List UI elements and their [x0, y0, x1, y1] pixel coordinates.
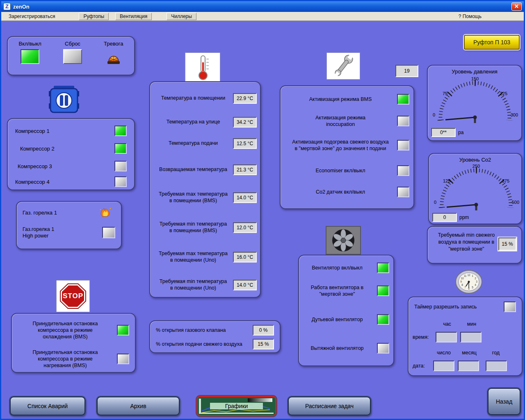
- gas-burner-panel: Газ. горелка 1 Газ.горелка 1 High power: [16, 201, 122, 249]
- fresh-air-valve-label: % открытия подачи свежего воздуха: [156, 341, 242, 347]
- month-input[interactable]: [458, 361, 479, 371]
- wrench-icon: [326, 52, 360, 80]
- forced-stop-cooling-indicator[interactable]: [117, 325, 129, 336]
- pressure-gauge-title: Уровень давления: [428, 68, 521, 75]
- timer-enable-checkbox[interactable]: [504, 301, 516, 312]
- temperature-row: Требуемая max температура в помещении (B…: [155, 187, 257, 208]
- day-input[interactable]: [433, 361, 454, 371]
- reset-button[interactable]: [63, 49, 82, 64]
- archive-button[interactable]: Архив: [97, 397, 180, 415]
- stop-icon-label: STOP: [63, 292, 83, 300]
- compressor-1-label: Компрессор 1: [15, 128, 50, 134]
- fresh-air-min-panel: Требуемый min свежего воздуха в помещени…: [427, 226, 522, 264]
- blower-fan-indicator[interactable]: [377, 314, 389, 325]
- forced-stop-heating-indicator[interactable]: [117, 354, 129, 364]
- temp-min-bms-label: Требуемая min температура в помещении (B…: [155, 221, 231, 234]
- co2-tick-125: 125: [443, 178, 450, 183]
- compressor-2-indicator[interactable]: [114, 143, 127, 154]
- valve-row: % открытия подачи свежего воздуха 15 %: [156, 338, 274, 350]
- compressor-3-indicator[interactable]: [114, 161, 127, 171]
- stop-icon: STOP: [56, 280, 90, 312]
- exhaust-fan-indicator[interactable]: [377, 343, 389, 354]
- bms-row: Economiser вкл/выкл: [285, 162, 409, 179]
- pressure-tick-150: 150: [471, 76, 479, 81]
- schedule-button[interactable]: Расписание задач: [288, 397, 371, 415]
- pressure-tick-0: 0: [433, 112, 435, 117]
- compressor-panel: Компрессор 1 Компрессор 2 Компрессор 3 К…: [7, 118, 135, 190]
- menu-chillers[interactable]: Чиллеры: [167, 13, 196, 20]
- fan-onoff-indicator[interactable]: [377, 262, 389, 273]
- bms-row: Co2 датчик вкл/выкл: [285, 184, 409, 200]
- timer-title: Таймер разрешить запись: [414, 304, 477, 310]
- svg-text:11: 11: [464, 274, 467, 277]
- reset-label: Сброс: [65, 41, 80, 47]
- alarm-list-button-label: Список Аварий: [27, 403, 68, 409]
- gas-valve-label: % открытия газового клапана: [156, 327, 226, 333]
- co2-sensor-label: Co2 датчик вкл/выкл: [285, 189, 396, 195]
- pressure-tick-300: 300: [511, 112, 518, 117]
- compressor-3-label: Компрессор 3: [18, 163, 52, 169]
- burner-high-power-row: Газ.горелка 1 High power: [23, 222, 115, 243]
- economiser-indicator[interactable]: [397, 165, 409, 176]
- co2-value-row: 0 ppm: [432, 213, 469, 222]
- menu-ventilation[interactable]: Вентиляция: [115, 13, 152, 20]
- burner-title: Газ. горелка 1: [23, 210, 57, 216]
- svg-text:7: 7: [464, 286, 466, 289]
- date-label: дата:: [413, 363, 425, 369]
- exhaust-fan-label: Вытяжной вентилятор: [303, 345, 371, 352]
- timer-panel: Таймер разрешить запись час мин время: ч…: [408, 297, 523, 376]
- fan-icon: [326, 226, 361, 255]
- bms-row: Активизация подогрева свежего воздуха в …: [285, 135, 409, 156]
- clock-icon: 12 1 2 3 4 5 6 7 8 9 10 11: [455, 270, 483, 296]
- temp-room-value: 22.9 °C: [233, 93, 257, 104]
- app-window: Z zenOn ✕ Зарегистрироваться Руфтопы Вен…: [0, 0, 525, 420]
- valve-panel: % открытия газового клапана 0 % % открыт…: [149, 320, 281, 353]
- temp-room-label: Температура в помещении: [155, 95, 231, 102]
- close-button[interactable]: ✕: [511, 2, 522, 11]
- bms-row: Активизация режима inoccupation: [285, 112, 409, 130]
- svg-text:9: 9: [460, 280, 462, 283]
- svg-text:2: 2: [475, 277, 476, 280]
- forced-stop-heating-label: Принудительная остановка компрессора в р…: [18, 349, 113, 369]
- deadzone-heating-indicator[interactable]: [397, 140, 409, 151]
- compressor-row: Компрессор 1: [15, 124, 127, 138]
- compressor-4-indicator[interactable]: [114, 176, 127, 187]
- bms-mode-indicator[interactable]: [397, 94, 409, 105]
- close-icon: ✕: [514, 3, 519, 9]
- compressor-row: Компрессор 4: [15, 175, 127, 189]
- fan-row: Вентилятор вкл/выкл: [303, 259, 389, 277]
- menu-register[interactable]: Зарегистрироваться: [5, 13, 59, 20]
- compressor-1-indicator[interactable]: [114, 126, 127, 136]
- graphs-button[interactable]: Графики: [196, 396, 276, 416]
- forced-stop-cooling-label: Принудительная остановка компрессора в р…: [18, 320, 113, 340]
- fan-panel: Вентилятор вкл/выкл Работа вентилятора в…: [298, 255, 394, 366]
- forced-stop-row: Принудительная остановка компрессора в р…: [18, 347, 129, 371]
- temperature-row: Требуемая min температура в помещении (B…: [155, 217, 257, 238]
- alarm-list-button[interactable]: Список Аварий: [10, 397, 85, 415]
- hour-input[interactable]: [436, 332, 457, 342]
- burner-high-power-label: Газ.горелка 1 High power: [23, 226, 54, 240]
- co2-gauge-title: Уровень Co2: [429, 157, 521, 163]
- menu-rooftops[interactable]: Руфтопы: [79, 13, 109, 20]
- svg-text:5: 5: [472, 286, 473, 289]
- onoff-label: Вкл/выкл: [19, 41, 41, 47]
- co2-sensor-indicator[interactable]: [397, 187, 409, 197]
- minute-input[interactable]: [460, 332, 482, 342]
- inoccupation-mode-indicator[interactable]: [397, 116, 409, 126]
- svg-text:1: 1: [472, 274, 473, 277]
- inoccupation-mode-label: Активизация режима inoccupation: [285, 114, 396, 128]
- burner-high-power-indicator[interactable]: [102, 227, 115, 238]
- pressure-tick-225: 225: [500, 91, 507, 96]
- back-button-label: Назад: [496, 398, 512, 405]
- pressure-unit: pa: [458, 130, 463, 135]
- temperature-row: Требуемая min температура в помещении (U…: [155, 275, 257, 295]
- menu-help[interactable]: ? Помощь: [455, 13, 485, 20]
- onoff-indicator[interactable]: [21, 49, 39, 64]
- unit-button[interactable]: Руфтоп П 103: [464, 35, 520, 50]
- bms-mode-label: Активизация режима BMS: [285, 96, 396, 103]
- year-input[interactable]: [486, 361, 507, 371]
- fresh-air-min-value: 15 %: [498, 237, 516, 251]
- temp-min-uno-label: Требуемая min температура в помещении (U…: [155, 278, 231, 291]
- back-button[interactable]: Назад: [488, 388, 520, 415]
- fan-deadzone-indicator[interactable]: [377, 285, 389, 296]
